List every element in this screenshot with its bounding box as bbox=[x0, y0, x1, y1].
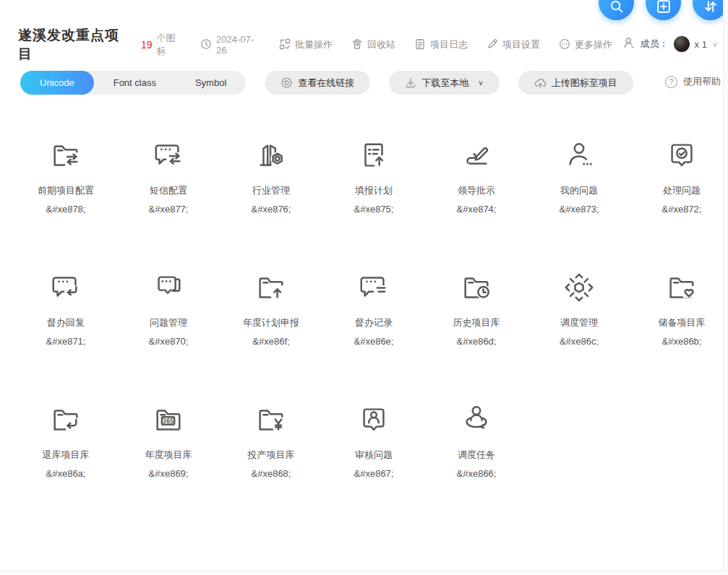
horizontal-scrollbar[interactable] bbox=[0, 570, 728, 575]
icon-code: &#xe867; bbox=[354, 468, 394, 479]
icon-cell[interactable]: 调度任务 &#xe866; bbox=[425, 380, 528, 512]
download-icon bbox=[405, 77, 416, 89]
message-transfer-icon bbox=[152, 139, 185, 172]
icon-code: &#xe872; bbox=[662, 204, 702, 215]
icon-name: 调度管理 bbox=[560, 316, 598, 329]
svg-text:365: 365 bbox=[163, 418, 174, 425]
tab-font-class[interactable]: Font class bbox=[94, 71, 176, 95]
upload-icons-button[interactable]: 上传图标至项目 bbox=[518, 71, 633, 95]
icon-name: 督办回复 bbox=[47, 316, 85, 329]
message-stack-icon bbox=[152, 271, 185, 304]
clock-icon bbox=[200, 38, 212, 52]
icon-cell[interactable]: 我的问题 &#xe873; bbox=[528, 116, 630, 248]
project-toolbar: 批量操作 回收站 项目日志 项目设置 更多操作 bbox=[279, 38, 612, 52]
icon-count-label: 个图标 bbox=[157, 32, 184, 58]
icon-name: 处理问题 bbox=[663, 184, 701, 197]
icon-cell[interactable]: 前期项目配置 &#xe878; bbox=[14, 116, 117, 248]
icon-name: 问题管理 bbox=[150, 316, 187, 329]
icon-cell[interactable]: 短信配置 &#xe877; bbox=[117, 116, 220, 248]
vertical-scrollbar[interactable] bbox=[723, 0, 728, 575]
icon-name: 填报计划 bbox=[355, 184, 393, 197]
folder-undo-icon bbox=[49, 403, 82, 436]
icon-cell[interactable]: 投产项目库 &#xe868; bbox=[220, 380, 322, 512]
icon-code: &#xe86a; bbox=[46, 468, 86, 479]
folder-clock-icon bbox=[460, 271, 493, 304]
icon-count: 19 bbox=[141, 39, 153, 51]
icon-cell[interactable]: 填报计划 &#xe875; bbox=[322, 116, 425, 248]
icon-code: &#xe873; bbox=[560, 204, 599, 215]
date-text: 2024-07-26 bbox=[216, 34, 260, 56]
icon-cell[interactable]: 历史项目库 &#xe86d; bbox=[425, 248, 528, 380]
trash-icon bbox=[351, 38, 363, 52]
chevron-down-icon[interactable]: ∨ bbox=[712, 40, 718, 49]
icon-code: &#xe876; bbox=[252, 204, 291, 215]
eye-icon bbox=[281, 77, 293, 89]
badge-person-icon bbox=[357, 403, 390, 436]
upload-icons-label: 上传图标至项目 bbox=[552, 77, 617, 90]
folder-upload-icon bbox=[254, 271, 288, 304]
add-project-fab-button[interactable] bbox=[646, 0, 681, 20]
icon-cell[interactable]: 督办记录 &#xe86e; bbox=[322, 248, 425, 380]
icon-name: 我的问题 bbox=[560, 184, 598, 197]
icon-cell[interactable]: 年度计划申报 &#xe86f; bbox=[220, 248, 322, 380]
icon-name: 储备项目库 bbox=[659, 316, 706, 329]
members-label: 成员： bbox=[641, 38, 669, 51]
icon-code: &#xe86c; bbox=[560, 336, 599, 347]
tool-label: 项目设置 bbox=[502, 38, 540, 51]
icon-code: &#xe875; bbox=[354, 204, 394, 215]
badge-check-icon bbox=[665, 139, 698, 172]
folder-yen-icon bbox=[254, 403, 288, 436]
icon-name: 审核问题 bbox=[355, 449, 393, 462]
project-settings-button[interactable]: 项目设置 bbox=[487, 38, 540, 52]
project-header: 遂溪发改重点项目 19 个图标 2024-07-26 批量操作 回收站 项目日志 bbox=[18, 26, 612, 64]
project-log-button[interactable]: 项目日志 bbox=[414, 38, 468, 52]
icon-cell[interactable]: 行业管理 &#xe876; bbox=[220, 116, 322, 248]
icon-cell[interactable]: 储备项目库 &#xe86b; bbox=[630, 248, 728, 380]
icon-cell[interactable]: 督办回复 &#xe871; bbox=[14, 248, 117, 380]
icon-cell[interactable]: 调度管理 &#xe86c; bbox=[528, 248, 630, 380]
icon-code: &#xe86d; bbox=[457, 336, 497, 347]
log-icon bbox=[414, 38, 426, 52]
icon-cell[interactable]: 365 年度项目库 &#xe869; bbox=[117, 380, 220, 512]
icon-code: &#xe866; bbox=[457, 468, 497, 479]
icon-cell[interactable]: 审核问题 &#xe867; bbox=[322, 380, 425, 512]
tool-label: 更多操作 bbox=[575, 38, 612, 51]
member-avatar[interactable] bbox=[674, 36, 690, 52]
view-online-link-button[interactable]: 查看在线链接 bbox=[265, 71, 370, 95]
icon-cell[interactable]: 处理问题 &#xe872; bbox=[630, 116, 728, 248]
search-icon bbox=[609, 0, 625, 17]
icon-cell[interactable]: 领导批示 &#xe874; bbox=[425, 116, 528, 248]
folder-heart-icon bbox=[665, 271, 698, 304]
view-online-link-label: 查看在线链接 bbox=[298, 77, 354, 90]
members-widget[interactable]: 成员： x 1 ∨ bbox=[623, 36, 718, 52]
folder-transfer-icon bbox=[49, 139, 82, 172]
cloud-upload-icon bbox=[534, 77, 547, 89]
search-fab-button[interactable] bbox=[599, 0, 634, 20]
more-operations-button[interactable]: 更多操作 bbox=[559, 38, 612, 52]
help-link[interactable]: ? 使用帮助 bbox=[665, 75, 721, 88]
icon-name: 年度计划申报 bbox=[243, 316, 299, 329]
icon-name: 投产项目库 bbox=[248, 449, 295, 462]
icon-code: &#xe877; bbox=[149, 204, 189, 215]
icon-code: &#xe86b; bbox=[662, 336, 702, 347]
sort-arrows-icon bbox=[703, 0, 719, 17]
batch-operations-button[interactable]: 批量操作 bbox=[279, 38, 333, 52]
help-label: 使用帮助 bbox=[683, 75, 721, 88]
pen-signature-icon bbox=[460, 139, 493, 172]
folder-365-icon: 365 bbox=[152, 403, 185, 436]
icon-cell[interactable]: 退库项目库 &#xe86a; bbox=[14, 380, 117, 512]
icon-code: &#xe874; bbox=[457, 204, 497, 215]
download-local-button[interactable]: 下载至本地 ∨ bbox=[389, 71, 499, 95]
person-dots-icon bbox=[562, 139, 596, 172]
tab-symbol[interactable]: Symbol bbox=[176, 71, 246, 95]
icon-name: 调度任务 bbox=[458, 449, 495, 462]
icon-cell[interactable]: 问题管理 &#xe870; bbox=[117, 248, 220, 380]
download-local-label: 下载至本地 bbox=[421, 77, 468, 90]
icon-code: &#xe870; bbox=[149, 336, 189, 347]
recycle-bin-button[interactable]: 回收站 bbox=[351, 38, 395, 52]
icon-name: 短信配置 bbox=[150, 184, 187, 197]
project-date: 2024-07-26 bbox=[200, 34, 260, 56]
building-gear-icon bbox=[254, 139, 288, 172]
members-count: x 1 bbox=[695, 39, 707, 50]
tab-unicode[interactable]: Unicode bbox=[20, 71, 94, 95]
